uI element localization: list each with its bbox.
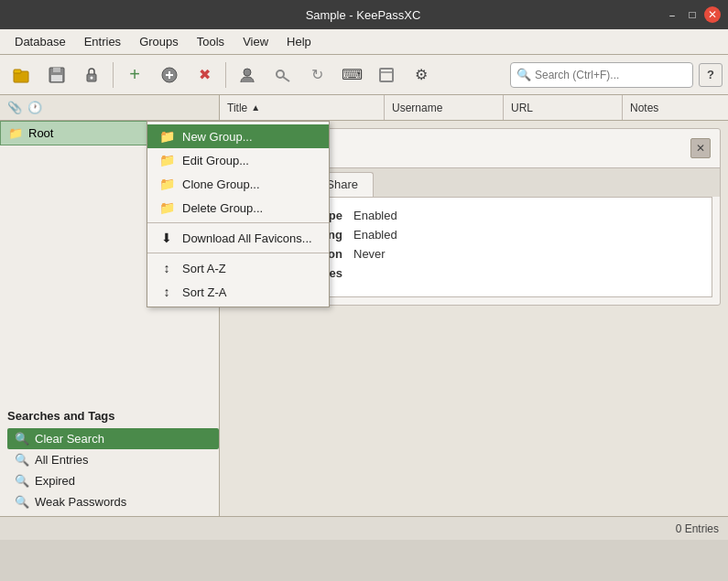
context-menu: 📁 New Group... 📁 Edit Group... 📁 Clone G… [147,121,330,307]
svg-point-11 [277,70,284,78]
clear-search-item[interactable]: 🔍 Clear Search [7,428,219,449]
right-col-headers: Title ▲ Username URL Notes Modified [220,95,728,120]
ctx-clone-group[interactable]: 📁 Clone Group... [147,172,329,196]
all-entries-icon: 🔍 [15,453,29,467]
column-headers: 📎 🕐 Title ▲ Username URL Notes Modified [0,95,728,121]
sep2 [225,62,226,88]
weak-passwords-item[interactable]: 🔍 Weak Passwords [7,491,219,512]
autotype-value: Enabled [353,209,397,222]
user-btn[interactable] [231,59,264,91]
svg-rect-4 [51,75,62,81]
search-icon: 🔍 [516,68,531,81]
window-controls: – □ ✕ [664,6,721,23]
close-button[interactable]: ✕ [704,6,721,23]
menu-groups[interactable]: Groups [130,31,188,52]
save-db-btn[interactable] [40,59,73,91]
menu-bar: Database Entries Groups Tools View Help [0,29,728,55]
url-column-header[interactable]: URL [504,95,623,120]
menu-tools[interactable]: Tools [188,31,234,52]
searches-section: Searches and Tags 🔍 Clear Search 🔍 All E… [0,402,219,516]
ctx-sort-az-icon: ↕ [158,261,175,275]
search-input[interactable] [535,69,687,81]
svg-rect-13 [380,69,393,81]
toolbar: + ✖ ↻ ⌨ ⚙ 🔍 ? [0,55,728,95]
menu-database[interactable]: Database [5,31,75,52]
ctx-sort-az[interactable]: ↕ Sort A-Z [147,256,329,280]
entry-count: 0 Entries [676,522,719,535]
key-btn[interactable] [266,59,299,91]
lock-db-btn[interactable] [75,59,108,91]
ctx-edit-group-icon: 📁 [158,153,175,167]
searches-tags: Searches and Tags 🔍 Clear Search 🔍 All E… [0,402,219,516]
app-title: Sample - KeePassXC [62,8,664,22]
svg-line-12 [283,77,289,81]
svg-point-10 [244,69,251,76]
svg-rect-3 [53,68,60,72]
notes-column-header[interactable]: Notes [623,95,728,120]
expired-icon: 🔍 [15,474,29,488]
minimize-button[interactable]: – [664,6,680,23]
tree-root-label: Root [28,126,53,140]
attachment-col-icon: 📎 [7,101,22,114]
sync-btn[interactable]: ↻ [300,59,333,91]
username-column-header[interactable]: Username [385,95,504,120]
tree-col-header: 📎 🕐 [0,95,220,120]
menu-view[interactable]: View [234,31,277,52]
status-bar: 0 Entries [0,516,728,540]
sep1 [113,62,114,88]
body-area: 📁 Root Searches and Tags 🔍 Clear Search … [0,121,728,516]
ctx-new-group-icon: 📁 [158,129,175,144]
searching-value: Enabled [353,228,397,242]
ctx-sep2 [147,253,329,253]
maximize-button[interactable]: □ [684,6,701,23]
ctx-download-favicons[interactable]: ⬇ Download All Favicons... [147,226,329,250]
title-column-header[interactable]: Title ▲ [220,95,385,120]
ctx-delete-group-icon: 📁 [158,200,175,215]
root-folder-icon: 📁 [8,126,23,140]
add-entry-btn[interactable]: + [118,59,151,91]
ctx-sort-za-icon: ↕ [158,285,175,299]
open-db-btn[interactable] [5,59,38,91]
ctx-new-group[interactable]: 📁 New Group... [147,124,329,148]
clear-search-icon: 🔍 [15,432,29,446]
expired-item[interactable]: 🔍 Expired [7,470,219,491]
sort-arrow: ▲ [251,102,260,113]
ctx-sep1 [147,222,329,223]
ctx-sort-za[interactable]: ↕ Sort Z-A [147,280,329,304]
search-box[interactable]: 🔍 [510,62,693,88]
ctx-clone-group-icon: 📁 [158,177,175,191]
ctx-edit-group[interactable]: 📁 Edit Group... [147,148,329,172]
edit-entry-btn[interactable] [153,59,186,91]
ctx-delete-group[interactable]: 📁 Delete Group... [147,196,329,220]
keyboard-btn[interactable]: ⌨ [335,59,368,91]
settings-btn[interactable]: ⚙ [405,59,438,91]
searches-title: Searches and Tags [7,409,219,423]
weak-passwords-icon: 🔍 [15,495,29,509]
expiration-value: Never [353,247,386,261]
delete-entry-btn[interactable]: ✖ [188,59,221,91]
svg-rect-1 [14,70,21,73]
menu-entries[interactable]: Entries [75,31,130,52]
menu-help[interactable]: Help [277,31,321,52]
window-btn[interactable] [370,59,403,91]
all-entries-item[interactable]: 🔍 All Entries [7,449,219,470]
svg-point-6 [91,76,93,79]
title-bar: Sample - KeePassXC – □ ✕ [0,0,728,29]
group-info-close-btn[interactable]: ✕ [690,138,711,158]
ctx-download-icon: ⬇ [158,231,175,245]
expiry-col-icon: 🕐 [27,101,42,114]
help-button[interactable]: ? [699,63,723,87]
